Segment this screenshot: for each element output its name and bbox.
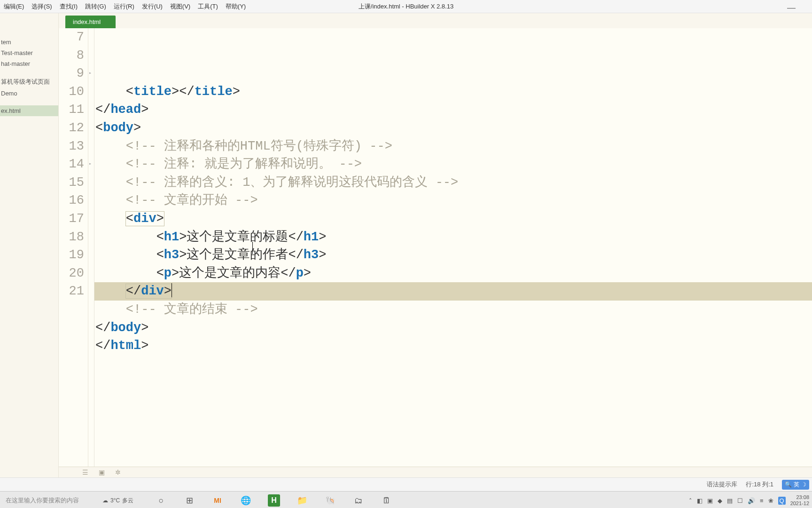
code-editor[interactable]: 789101112131415161718192021 ▸▸ <title></… <box>59 28 812 467</box>
code-line[interactable]: <h3>这个是文章的作者</h3> <box>94 246 812 264</box>
taskbar-apps: ○ ⊞ MI 🌐 H 📁 🐚 🗂 🗓 <box>155 494 393 507</box>
weather-temp: 3°C <box>110 497 120 504</box>
menu-tools[interactable]: 工具(T) <box>194 0 222 13</box>
app-icon[interactable]: 🐚 <box>324 494 336 507</box>
tabbar: index.html <box>59 13 812 28</box>
code-line[interactable]: <div> <box>94 210 812 228</box>
mi-app-icon[interactable]: MI <box>211 494 224 507</box>
tray-icon[interactable]: ❀ <box>768 497 773 504</box>
code-area[interactable]: <title></title></head><body> <!-- 注释和各种的… <box>94 28 812 467</box>
code-line[interactable]: <!-- 文章的结束 --> <box>94 301 812 319</box>
cortana-icon[interactable]: ○ <box>155 494 167 507</box>
system-tray: ˄ ◧ ▣ ◆ ▤ ☐ 🔊 ≡ ❀ Q 23:08 2021-12 <box>689 494 809 506</box>
code-line[interactable]: </head> <box>94 101 812 119</box>
fold-gutter: ▸▸ <box>88 28 94 467</box>
menubar: 编辑(E) 选择(S) 查找(I) 跳转(G) 运行(R) 发行(U) 视图(V… <box>0 0 812 13</box>
tray-icon[interactable]: ▣ <box>707 497 713 504</box>
status-position[interactable]: 行:18 列:1 <box>746 480 773 489</box>
sidebar-item[interactable]: Test-master <box>0 48 58 58</box>
tray-icon[interactable]: ≡ <box>760 497 764 504</box>
chevron-up-icon[interactable]: ˄ <box>689 497 692 504</box>
ime-indicator[interactable]: 🔍 英 ☽ <box>782 480 809 490</box>
taskbar: 在这里输入你要搜索的内容 ☁ 3°C 多云 ○ ⊞ MI 🌐 H 📁 🐚 🗂 🗓… <box>0 491 812 508</box>
code-line[interactable]: <!-- 文章的开始 --> <box>94 191 812 210</box>
line-number-gutter: 789101112131415161718192021 <box>59 28 88 467</box>
editor-iconstrip: ☰ ▣ ✲ <box>59 467 812 477</box>
window-title: 上课/index.html - HBuilder X 2.8.13 <box>359 2 453 11</box>
code-line[interactable]: <p>这个是文章的内容</p> <box>94 264 812 283</box>
sidebar-item[interactable]: Demo <box>0 88 58 99</box>
workspace: tem Test-master hat-master 算机等级考试页面 Demo… <box>0 13 812 477</box>
search-small-icon: 🔍 <box>785 481 792 488</box>
text-caret <box>252 242 253 254</box>
status-hint[interactable]: 语法提示库 <box>707 480 737 489</box>
weather-widget[interactable]: ☁ 3°C 多云 <box>102 497 133 505</box>
weather-desc: 多云 <box>122 497 133 505</box>
menu-find[interactable]: 查找(I) <box>56 0 81 13</box>
ime-label: 英 <box>794 481 799 489</box>
fold-icon[interactable]: ▸ <box>89 71 92 76</box>
cloud-icon: ☁ <box>102 497 108 504</box>
minimize-icon[interactable]: — <box>787 3 796 13</box>
clock-time: 23:08 <box>796 494 809 500</box>
sidebar-item-selected[interactable]: ex.html <box>0 105 58 116</box>
code-line[interactable]: <!-- 注释: 就是为了解释和说明。 --> <box>94 155 812 174</box>
terminal-icon[interactable]: ▣ <box>99 468 105 476</box>
tab-index-html[interactable]: index.html <box>65 16 116 28</box>
moon-icon: ☽ <box>801 481 806 488</box>
sidebar-item[interactable]: 算机等级考试页面 <box>0 76 58 88</box>
sidebar-item[interactable]: hat-master <box>0 58 58 69</box>
menu-edit[interactable]: 编辑(E) <box>0 0 28 13</box>
taskbar-search[interactable]: 在这里输入你要搜索的内容 <box>0 496 79 505</box>
code-line[interactable]: </div> <box>94 282 812 301</box>
tray-icon[interactable]: ◆ <box>718 497 722 504</box>
app-icon[interactable]: 🗂 <box>352 494 365 507</box>
menu-help[interactable]: 帮助(Y) <box>222 0 250 13</box>
hbuilder-icon[interactable]: H <box>268 494 280 507</box>
taskview-icon[interactable]: ⊞ <box>183 494 195 507</box>
code-line[interactable]: <body> <box>94 119 812 137</box>
app-icon[interactable]: 🗓 <box>381 494 393 507</box>
volume-icon[interactable]: 🔊 <box>748 497 755 504</box>
tray-icon[interactable]: Q <box>778 497 786 505</box>
code-line[interactable]: <!-- 注释的含义: 1、为了解释说明这段代码的含义 --> <box>94 174 812 192</box>
clock-date: 2021-12 <box>790 500 809 507</box>
fold-icon[interactable]: ▸ <box>89 162 92 167</box>
code-line[interactable]: </body> <box>94 319 812 337</box>
sync-icon[interactable]: ✲ <box>115 468 121 476</box>
menu-goto[interactable]: 跳转(G) <box>81 0 110 13</box>
sidebar-item[interactable]: tem <box>0 37 58 48</box>
tray-icon[interactable]: ☐ <box>737 497 743 504</box>
browser-icon[interactable]: 🌐 <box>240 494 252 507</box>
clock[interactable]: 23:08 2021-12 <box>790 494 809 506</box>
menu-view[interactable]: 视图(V) <box>166 0 194 13</box>
code-line[interactable]: </html> <box>94 337 812 355</box>
editor-column: index.html 789101112131415161718192021 ▸… <box>59 13 812 477</box>
menu-run[interactable]: 运行(R) <box>110 0 138 13</box>
code-line[interactable]: <title></title> <box>94 83 812 101</box>
status-bar: 语法提示库 行:18 列:1 🔍 英 ☽ <box>0 477 812 491</box>
code-line[interactable]: <h1>这个是文章的标题</h1> <box>94 228 812 246</box>
menu-publish[interactable]: 发行(U) <box>138 0 166 13</box>
tray-icon[interactable]: ◧ <box>697 497 703 504</box>
list-icon[interactable]: ☰ <box>82 468 88 476</box>
code-line[interactable]: <!-- 注释和各种的HTML符号(特殊字符) --> <box>94 137 812 156</box>
menu-select[interactable]: 选择(S) <box>28 0 55 13</box>
project-sidebar: tem Test-master hat-master 算机等级考试页面 Demo… <box>0 13 59 477</box>
tray-icon[interactable]: ▤ <box>727 497 733 504</box>
explorer-icon[interactable]: 📁 <box>296 494 308 507</box>
